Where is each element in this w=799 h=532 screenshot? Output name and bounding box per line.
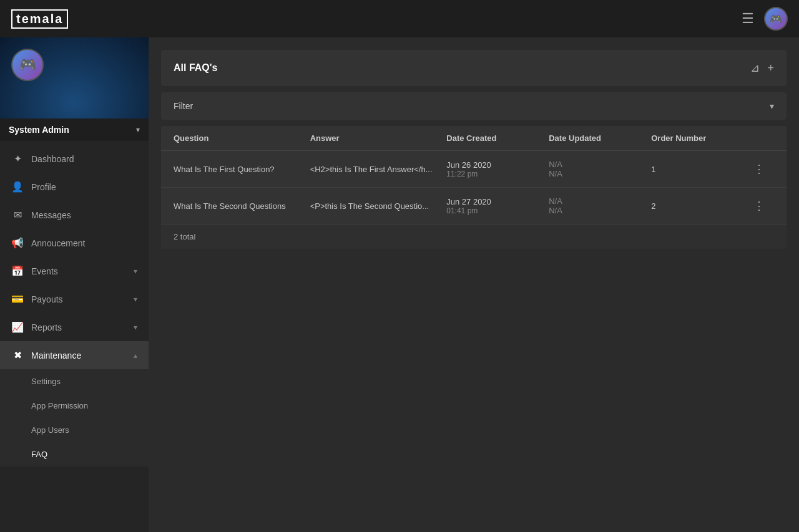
maintenance-icon: ✖ (11, 349, 24, 361)
panel-header: All FAQ's ⊿ + (161, 50, 787, 86)
hamburger-icon[interactable]: ☰ (742, 11, 754, 27)
faq-panel-header: All FAQ's ⊿ + (161, 50, 787, 86)
filter-bar[interactable]: Filter ▾ (161, 92, 787, 120)
sidebar-item-label: Reports (31, 322, 126, 332)
cell-order-number-2: 2 (651, 201, 753, 211)
sidebar-item-label: Payouts (31, 294, 126, 304)
col-answer: Answer (310, 133, 447, 143)
sidebar-item-faq[interactable]: FAQ (0, 442, 149, 467)
cell-date-created-1: Jun 26 2020 11:22 pm (446, 160, 549, 178)
header-right: ☰ 🎮 (742, 7, 788, 31)
date-created-value-2: Jun 27 2020 (446, 197, 549, 206)
table-header: Question Answer Date Created Date Update… (161, 126, 787, 151)
sidebar: 🎮 System Admin ▾ ✦ Dashboard 👤 Profile ✉… (0, 37, 149, 532)
chevron-down-icon: ▾ (134, 323, 137, 332)
events-icon: 📅 (11, 265, 24, 277)
sidebar-item-label: Messages (31, 210, 137, 220)
faq-table: Question Answer Date Created Date Update… (161, 126, 787, 249)
messages-icon: ✉ (11, 209, 24, 221)
time-created-value-2: 01:41 pm (446, 206, 549, 215)
filter-chevron-icon: ▾ (770, 101, 774, 111)
sidebar-item-label: Maintenance (31, 351, 126, 360)
sidebar-item-label: Dashboard (31, 154, 137, 164)
filter-label: Filter (174, 101, 193, 111)
cell-question-2: What Is The Second Questions (174, 201, 310, 211)
cell-date-created-2: Jun 27 2020 01:41 pm (446, 197, 549, 215)
time-updated-value-1: N/A (549, 169, 651, 178)
sidebar-item-payouts[interactable]: 💳 Payouts ▾ (0, 285, 149, 313)
time-updated-value-2: N/A (549, 206, 651, 215)
chevron-down-icon: ▾ (134, 267, 137, 276)
cell-date-updated-2: N/A N/A (549, 196, 651, 215)
main-content: All FAQ's ⊿ + Filter ▾ Question Answer D… (149, 37, 799, 532)
cell-answer-2: <P>this Is The Second Questio... (310, 201, 447, 211)
sidebar-item-app-permission[interactable]: App Permission (0, 394, 149, 418)
sidebar-item-announcement[interactable]: 📢 Annoucement (0, 229, 149, 257)
sidebar-item-profile[interactable]: 👤 Profile (0, 173, 149, 201)
main-layout: 🎮 System Admin ▾ ✦ Dashboard 👤 Profile ✉… (0, 37, 799, 532)
dashboard-icon: ✦ (11, 153, 24, 165)
add-faq-button[interactable]: + (767, 62, 774, 75)
cell-answer-1: <H2>this Is The First Answer</h... (310, 165, 447, 174)
sidebar-item-app-users[interactable]: App Users (0, 418, 149, 442)
col-date-updated: Date Updated (549, 133, 651, 143)
col-actions (753, 133, 774, 143)
panel-title: All FAQ's (174, 62, 217, 74)
sidebar-nav: ✦ Dashboard 👤 Profile ✉ Messages 📢 Annou… (0, 141, 149, 532)
profile-icon: 👤 (11, 181, 24, 193)
sidebar-item-reports[interactable]: 📈 Reports ▾ (0, 313, 149, 341)
row-more-button-2[interactable]: ⋮ (753, 199, 765, 213)
row-more-button-1[interactable]: ⋮ (753, 162, 765, 176)
sidebar-user-name: System Admin (9, 125, 69, 135)
cell-actions-1: ⋮ (753, 162, 774, 176)
sidebar-item-label: Events (31, 266, 126, 276)
sidebar-item-dashboard[interactable]: ✦ Dashboard (0, 145, 149, 173)
col-order-number: Order Number (651, 133, 753, 143)
sidebar-item-maintenance[interactable]: ✖ Maintenance ▴ (0, 341, 149, 369)
maintenance-subnav: Settings App Permission App Users FAQ (0, 369, 149, 467)
reports-icon: 📈 (11, 321, 24, 333)
sidebar-item-label: Annoucement (31, 238, 137, 248)
time-created-value-1: 11:22 pm (446, 170, 549, 178)
date-updated-value-2: N/A (549, 196, 651, 206)
user-avatar[interactable]: 🎮 (764, 7, 788, 31)
top-header: temala ☰ 🎮 (0, 0, 799, 37)
sidebar-user-chevron: ▾ (136, 125, 140, 134)
chevron-up-icon: ▴ (134, 351, 137, 360)
sidebar-avatar: 🎮 (11, 49, 44, 81)
date-created-value-1: Jun 26 2020 (446, 160, 549, 170)
cell-actions-2: ⋮ (753, 199, 774, 213)
announcement-icon: 📢 (11, 237, 24, 249)
sidebar-item-label: Profile (31, 182, 137, 192)
sidebar-user-row[interactable]: System Admin ▾ (0, 118, 149, 141)
filter-icon-button[interactable]: ⊿ (750, 61, 760, 75)
cell-date-updated-1: N/A N/A (549, 160, 651, 178)
table-footer: 2 total (161, 225, 787, 249)
table-row: What Is The First Question? <H2>this Is … (161, 151, 787, 188)
date-updated-value-1: N/A (549, 160, 651, 169)
cell-question-1: What Is The First Question? (174, 165, 310, 174)
cell-order-number-1: 1 (651, 165, 753, 174)
sidebar-banner: 🎮 (0, 37, 149, 118)
payouts-icon: 💳 (11, 293, 24, 305)
panel-actions: ⊿ + (750, 61, 774, 75)
sidebar-item-events[interactable]: 📅 Events ▾ (0, 257, 149, 285)
table-row: What Is The Second Questions <P>this Is … (161, 188, 787, 225)
sidebar-item-settings[interactable]: Settings (0, 369, 149, 394)
sidebar-item-messages[interactable]: ✉ Messages (0, 201, 149, 229)
col-date-created: Date Created (446, 133, 549, 143)
chevron-down-icon: ▾ (134, 295, 137, 304)
col-question: Question (174, 133, 310, 143)
logo: temala (11, 9, 68, 29)
